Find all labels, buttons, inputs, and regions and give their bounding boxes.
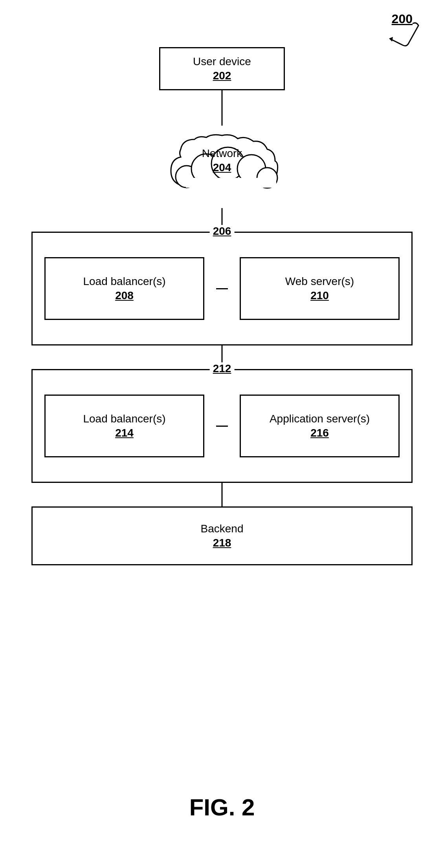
- load-balancer-208-box: Load balancer(s) 208: [44, 257, 204, 320]
- load-balancer-214-box: Load balancer(s) 214: [44, 395, 204, 457]
- box-212-inner-row: Load balancer(s) 214 Application server(…: [33, 370, 411, 482]
- backend-box: Backend 218: [31, 506, 413, 565]
- app-server-216-ref: 216: [310, 427, 329, 439]
- user-device-ref: 202: [213, 69, 231, 82]
- connector-h-212: [216, 426, 228, 427]
- connector-h-206: [216, 288, 228, 289]
- diagram-container: 200 User device 202 Network 204 206: [0, 0, 444, 868]
- svg-rect-6: [186, 178, 276, 188]
- box-212-ref: 212: [210, 362, 235, 375]
- network-cloud-label-wrap: Network 204: [155, 135, 289, 174]
- web-server-210-label: Web server(s): [285, 275, 354, 288]
- network-label: Network: [202, 147, 242, 160]
- load-balancer-208-ref: 208: [115, 289, 134, 302]
- box-206-inner-row: Load balancer(s) 208 Web server(s) 210: [33, 233, 411, 344]
- backend-label: Backend: [201, 523, 244, 535]
- box-206: 206 Load balancer(s) 208 Web server(s) 2…: [31, 232, 413, 345]
- backend-ref: 218: [213, 537, 231, 549]
- connector-line-1: [222, 90, 223, 126]
- network-cloud-container: Network 204: [155, 124, 289, 210]
- figure-label: FIG. 2: [189, 794, 255, 821]
- connector-line-4: [222, 483, 223, 506]
- load-balancer-208-label: Load balancer(s): [83, 275, 165, 288]
- web-server-210-ref: 210: [310, 289, 329, 302]
- user-device-label: User device: [193, 55, 251, 68]
- load-balancer-214-ref: 214: [115, 427, 134, 439]
- load-balancer-214-label: Load balancer(s): [83, 413, 165, 425]
- box-206-ref: 206: [210, 225, 235, 238]
- web-server-210-box: Web server(s) 210: [240, 257, 400, 320]
- app-server-216-label: Application server(s): [270, 413, 370, 425]
- app-server-216-box: Application server(s) 216: [240, 395, 400, 457]
- network-ref: 204: [213, 161, 231, 174]
- svg-marker-0: [389, 37, 393, 42]
- user-device-box: User device 202: [159, 47, 285, 90]
- box-212: 212 Load balancer(s) 214 Application ser…: [31, 369, 413, 483]
- ref-200-label: 200: [392, 12, 413, 26]
